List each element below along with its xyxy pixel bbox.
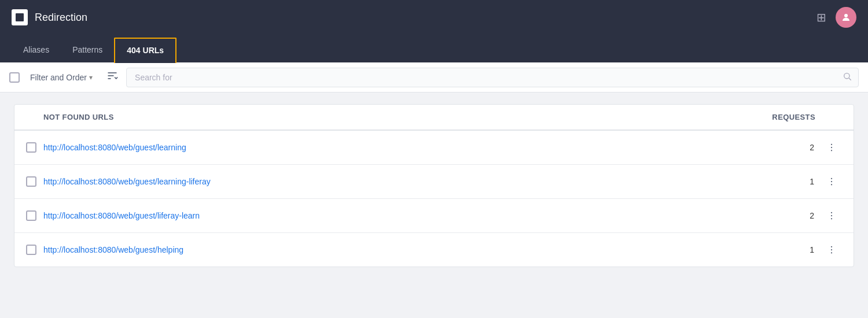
svg-point-17 — [831, 252, 832, 253]
svg-point-16 — [831, 249, 832, 250]
col-url-header: Not Found URLs — [43, 113, 729, 121]
app-title: Redirection — [35, 12, 87, 24]
svg-point-15 — [831, 246, 832, 247]
row-actions-button-1[interactable] — [821, 174, 842, 189]
search-icon — [843, 72, 852, 83]
row-actions-button-0[interactable] — [821, 140, 842, 155]
row-url-1[interactable]: http://localhost:8080/web/guest/learning… — [43, 177, 773, 186]
row-actions-button-3[interactable] — [821, 242, 842, 257]
svg-point-0 — [844, 14, 848, 17]
topbar-left: Redirection — [12, 9, 87, 25]
select-all-checkbox[interactable] — [9, 72, 20, 83]
table-row: http://localhost:8080/web/guest/learning… — [14, 131, 854, 165]
svg-point-11 — [831, 184, 832, 185]
svg-point-14 — [831, 218, 832, 219]
grid-icon[interactable]: ⊞ — [816, 10, 826, 24]
svg-point-10 — [831, 181, 832, 182]
filter-order-button[interactable]: Filter and Order ▾ — [24, 69, 98, 86]
row-requests-2: 2 — [779, 211, 814, 220]
toolbar: Filter and Order ▾ — [0, 62, 868, 93]
table-container: Not Found URLs Requests http://localhost… — [14, 104, 854, 267]
topbar: Redirection ⊞ — [0, 0, 868, 35]
table-row: http://localhost:8080/web/guest/liferay-… — [14, 199, 854, 233]
svg-line-5 — [849, 78, 851, 80]
row-actions-button-2[interactable] — [821, 208, 842, 223]
row-requests-1: 1 — [779, 177, 814, 186]
content: Not Found URLs Requests http://localhost… — [0, 93, 868, 279]
search-container — [126, 68, 859, 87]
svg-point-8 — [831, 150, 832, 151]
table-body: http://localhost:8080/web/guest/learning… — [14, 131, 854, 267]
tab-aliases[interactable]: Aliases — [12, 38, 61, 63]
svg-point-4 — [844, 73, 849, 78]
col-requests-header: Requests — [729, 113, 821, 121]
table-row: http://localhost:8080/web/guest/helping … — [14, 233, 854, 267]
row-checkbox-1[interactable] — [26, 176, 36, 187]
svg-point-6 — [831, 144, 832, 145]
row-url-3[interactable]: http://localhost:8080/web/guest/helping — [43, 245, 773, 254]
row-checkbox-3[interactable] — [26, 245, 36, 255]
svg-point-13 — [831, 215, 832, 216]
row-url-2[interactable]: http://localhost:8080/web/guest/liferay-… — [43, 211, 773, 220]
tabs-bar: Aliases Patterns 404 URLs — [0, 35, 868, 62]
table-row: http://localhost:8080/web/guest/learning… — [14, 165, 854, 199]
row-checkbox-0[interactable] — [26, 142, 36, 153]
svg-point-9 — [831, 178, 832, 179]
filter-order-label: Filter and Order — [30, 73, 87, 82]
app-icon — [12, 9, 28, 25]
table-header: Not Found URLs Requests — [14, 105, 854, 131]
filter-chevron-icon: ▾ — [89, 73, 93, 82]
sort-icon[interactable] — [103, 66, 122, 88]
svg-point-7 — [831, 147, 832, 148]
row-requests-0: 2 — [779, 143, 814, 152]
row-url-0[interactable]: http://localhost:8080/web/guest/learning — [43, 143, 773, 152]
row-checkbox-2[interactable] — [26, 210, 36, 221]
row-requests-3: 1 — [779, 245, 814, 254]
search-input[interactable] — [126, 68, 859, 87]
svg-point-12 — [831, 212, 832, 213]
topbar-right: ⊞ — [816, 7, 856, 28]
tab-404-urls[interactable]: 404 URLs — [114, 38, 176, 63]
tab-patterns[interactable]: Patterns — [61, 38, 114, 63]
avatar[interactable] — [836, 7, 856, 28]
